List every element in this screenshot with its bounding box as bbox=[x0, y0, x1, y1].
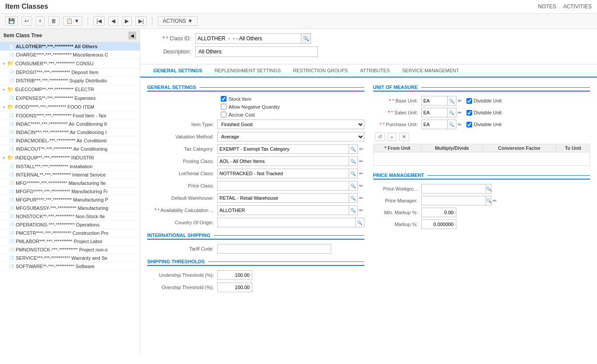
tab-replenishment[interactable]: REPLENISHMENT SETTINGS bbox=[208, 64, 287, 78]
sidebar-item-allother[interactable]: 📄ALLOTHER**-***-********** All Others bbox=[0, 42, 140, 51]
availability-calc-edit-button[interactable]: ✏ bbox=[358, 208, 364, 213]
sales-divisible-checkbox[interactable] bbox=[466, 110, 472, 116]
price-manager-input[interactable] bbox=[422, 196, 486, 205]
sidebar-item-indacout[interactable]: 📄INDACOUT**-***-********** Air Condition… bbox=[0, 145, 140, 153]
lot-serial-input[interactable] bbox=[218, 169, 349, 178]
tax-category-input[interactable] bbox=[218, 145, 349, 153]
overship-input[interactable] bbox=[217, 283, 252, 292]
allow-negative-checkbox[interactable] bbox=[221, 104, 226, 110]
sidebar-item-consumer[interactable]: +📁CONSUMER**-***-********** CONSU bbox=[0, 59, 140, 68]
price-manager-search-button[interactable]: 🔍 bbox=[486, 196, 491, 205]
class-id-input[interactable] bbox=[196, 34, 301, 43]
purchase-divisible-checkbox[interactable] bbox=[466, 122, 472, 127]
price-workgroup-search-button[interactable]: 🔍 bbox=[486, 184, 491, 193]
default-warehouse-edit-button[interactable]: ✏ bbox=[358, 195, 364, 201]
description-input[interactable] bbox=[195, 46, 318, 57]
save-button[interactable]: 💾 bbox=[5, 16, 18, 26]
sidebar-item-pmnonstock[interactable]: 📄PMNONSTOCK-***-********** Project non-s bbox=[0, 246, 140, 254]
undership-input[interactable] bbox=[217, 270, 252, 280]
first-button[interactable]: |◀ bbox=[93, 16, 105, 26]
price-class-input[interactable] bbox=[218, 181, 349, 190]
add-button[interactable]: + bbox=[35, 16, 45, 26]
next-button[interactable]: ▶ bbox=[122, 16, 132, 26]
sidebar-item-deposit[interactable]: 📄DEPOSIT***-***-********** Deposit Item bbox=[0, 68, 140, 77]
sidebar-collapse-button[interactable]: ◀ bbox=[128, 32, 136, 39]
price-manager-edit-button[interactable]: ✏ bbox=[491, 198, 498, 204]
sidebar-item-eleccomp[interactable]: +📁ELECCOMP**-***-********** ELECTR bbox=[0, 85, 140, 94]
sidebar-item-mfgfg[interactable]: 📄MFGFG*****-***-********** Manufacturing… bbox=[0, 187, 140, 196]
tab-attributes[interactable]: ATTRIBUTES bbox=[354, 64, 396, 78]
sales-unit-edit-button[interactable]: ✏ bbox=[456, 110, 463, 116]
actions-button[interactable]: ACTIONS ▼ bbox=[158, 16, 198, 26]
accrue-cost-checkbox[interactable] bbox=[221, 112, 226, 117]
sales-unit-search-button[interactable]: 🔍 bbox=[447, 108, 456, 117]
availability-calc-search-button[interactable]: 🔍 bbox=[349, 206, 357, 215]
sidebar-item-nonstock[interactable]: 📄NONSTOCK**-***-********** Non-Stock Ite bbox=[0, 212, 140, 221]
sidebar-item-mfgsubassy[interactable]: 📄MFGSUBASSY-***-********** Manufacturing bbox=[0, 204, 140, 212]
base-divisible-checkbox[interactable] bbox=[466, 98, 472, 104]
price-class-edit-button[interactable]: ✏ bbox=[358, 183, 364, 189]
conversion-delete-button[interactable]: ✕ bbox=[399, 133, 409, 141]
tab-restriction[interactable]: RESTRICTION GROUPS bbox=[287, 64, 354, 78]
tab-general[interactable]: GENERAL SETTINGS bbox=[147, 64, 208, 78]
default-warehouse-input[interactable] bbox=[218, 194, 349, 202]
sidebar-item-indac[interactable]: 📄INDAC*****-***-********** Air Condition… bbox=[0, 120, 140, 128]
posting-class-edit-button[interactable]: ✏ bbox=[358, 159, 364, 164]
stock-item-checkbox[interactable] bbox=[221, 96, 226, 102]
purchase-unit-input-wrap: 🔍 bbox=[421, 120, 456, 129]
activities-button[interactable]: ACTIVITIES bbox=[563, 4, 592, 10]
prev-button[interactable]: ◀ bbox=[108, 16, 118, 26]
delete-button[interactable]: 🗑 bbox=[48, 16, 60, 26]
undo-button[interactable]: ↩ bbox=[21, 16, 32, 26]
min-markup-input[interactable] bbox=[421, 208, 456, 217]
sidebar-item-software[interactable]: 📄SOFTWARE**-***-********** Software bbox=[0, 262, 140, 271]
item-type-select[interactable]: Finished Good Raw Material Non-Stock bbox=[217, 120, 364, 129]
valuation-method-select[interactable]: Average FIFO Standard bbox=[217, 132, 364, 141]
price-class-search-button[interactable]: 🔍 bbox=[349, 181, 357, 190]
purchase-unit-input[interactable] bbox=[422, 120, 447, 129]
posting-class-search-button[interactable]: 🔍 bbox=[349, 157, 357, 166]
conversion-add-button[interactable]: + bbox=[388, 133, 396, 141]
tariff-code-input[interactable] bbox=[217, 244, 331, 254]
tab-service[interactable]: SERVICE MANAGEMENT bbox=[396, 64, 465, 78]
tax-category-edit-button[interactable]: ✏ bbox=[358, 146, 364, 152]
price-workgroup-input[interactable] bbox=[422, 184, 486, 193]
purchase-unit-edit-button[interactable]: ✏ bbox=[456, 122, 463, 127]
sidebar-item-indacin[interactable]: 📄INDACIN***-***-********** Air Condition… bbox=[0, 128, 140, 137]
posting-class-input-wrap: 🔍 bbox=[217, 156, 358, 166]
sidebar-item-food[interactable]: +📁FOOD*****-***-********** FOOD ITEM bbox=[0, 102, 140, 112]
sidebar-item-distrib[interactable]: 📄DISTRIB***-***-********** Supply Distri… bbox=[0, 77, 140, 85]
sidebar-item-foodns[interactable]: 📄FOODNS****-***-********** Food Item - N… bbox=[0, 112, 140, 120]
sidebar-item-mfg[interactable]: 📄MFG*******-***-********** Manufacturing… bbox=[0, 179, 140, 187]
markup-input[interactable] bbox=[421, 219, 456, 229]
availability-calc-input[interactable] bbox=[218, 206, 349, 215]
country-origin-input[interactable] bbox=[218, 218, 355, 227]
class-id-search-button[interactable]: 🔍 bbox=[301, 34, 311, 43]
notes-button[interactable]: NOTES bbox=[538, 4, 556, 10]
sidebar-item-pmlabor[interactable]: 📄PMLABOR***-***-********** Project Labor bbox=[0, 237, 140, 246]
country-origin-search-button[interactable]: 🔍 bbox=[355, 218, 364, 227]
base-unit-search-button[interactable]: 🔍 bbox=[447, 96, 456, 105]
default-warehouse-search-button[interactable]: 🔍 bbox=[349, 194, 357, 202]
base-unit-edit-button[interactable]: ✏ bbox=[456, 98, 463, 104]
purchase-unit-search-button[interactable]: 🔍 bbox=[447, 120, 456, 129]
sales-unit-input[interactable] bbox=[422, 108, 447, 117]
sidebar-item-expenses[interactable]: 📄EXPENSES**-***-********** Expenses bbox=[0, 94, 140, 102]
conversion-refresh-button[interactable]: ↺ bbox=[375, 133, 385, 141]
sidebar-item-indacmodel[interactable]: 📄INDACMODEL-***-********** Air Condition… bbox=[0, 137, 140, 145]
posting-class-input[interactable] bbox=[218, 157, 349, 166]
sidebar-item-indequip[interactable]: +📁INDEQUIP**-***-********** INDUSTRI bbox=[0, 153, 140, 163]
lot-serial-search-button[interactable]: 🔍 bbox=[349, 169, 357, 178]
lot-serial-edit-button[interactable]: ✏ bbox=[358, 171, 364, 177]
tax-category-search-button[interactable]: 🔍 bbox=[349, 145, 357, 153]
sidebar-item-operations[interactable]: 📄OPERATIONS-***-********** Operations bbox=[0, 221, 140, 229]
last-button[interactable]: ▶| bbox=[135, 16, 147, 26]
sidebar-item-charge[interactable]: 📄CHARGE****-***-********** Miscellaneous… bbox=[0, 51, 140, 59]
sidebar-item-install[interactable]: 📄INSTALL***-***-********** Installation bbox=[0, 163, 140, 171]
sidebar-item-internal[interactable]: 📄INTERNAL**-***-********** Internal Serv… bbox=[0, 171, 140, 179]
sidebar-item-pmcstr[interactable]: 📄PMCSTR****-***-********** Construction … bbox=[0, 229, 140, 237]
base-unit-input[interactable] bbox=[422, 96, 447, 105]
sidebar-item-service[interactable]: 📄SERVICE***-***-********** Warranty and … bbox=[0, 254, 140, 262]
sidebar-item-mfgpur[interactable]: 📄MFGPUR****-***-********** Manufacturing… bbox=[0, 196, 140, 204]
copy-button[interactable]: 📋 ▼ bbox=[63, 16, 82, 26]
